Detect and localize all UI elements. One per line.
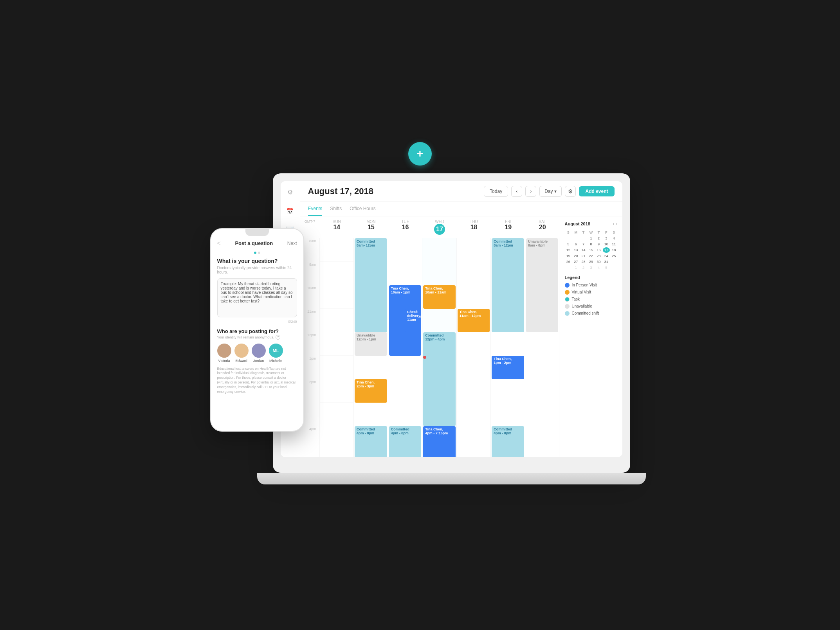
mini-cal-cell[interactable]	[565, 265, 572, 270]
event-tina-wed-orange[interactable]: Tina Chen, 10am - 11am	[423, 285, 456, 309]
mini-cal-cell[interactable]: 26	[565, 259, 572, 265]
back-button[interactable]: <	[217, 240, 221, 247]
mini-cal-cell[interactable]: 6	[572, 241, 579, 247]
add-event-button[interactable]: Add event	[579, 186, 614, 196]
mini-cal-cell[interactable]: 7	[580, 241, 587, 247]
event-committed-fri-morning[interactable]: Committed 8am - 12pm	[492, 238, 524, 332]
mini-cal-cell[interactable]: 4	[595, 265, 602, 270]
mini-cal-cell[interactable]: 1	[588, 236, 595, 241]
mini-cal-cell[interactable]: 30	[595, 259, 602, 265]
avatar-victoria	[217, 344, 231, 358]
event-tina-fri-blue[interactable]: Tina Chen, 1pm - 2pm	[492, 356, 524, 379]
event-label: Committed	[391, 427, 420, 431]
mini-cal-cell[interactable]	[565, 236, 572, 241]
tab-shifts[interactable]: Shifts	[330, 202, 342, 216]
mini-cal-prev[interactable]: ‹	[613, 221, 615, 227]
event-committed-mon-afternoon[interactable]: Committed 4pm - 8pm	[355, 426, 387, 457]
next-button[interactable]: Next	[287, 241, 297, 246]
tab-office-hours[interactable]: Office Hours	[350, 202, 375, 216]
legend-in-person: In Person Visit	[565, 283, 618, 288]
day-col-mon: Committed 8am- 12pm Unavailible 12pm - 1…	[354, 238, 388, 457]
mini-cal-cell[interactable]: 29	[588, 259, 595, 265]
avatar-item-michelle[interactable]: ML Michelle	[269, 344, 283, 363]
mini-cal-cell[interactable]: 18	[610, 247, 617, 253]
mini-cal-cell[interactable]: 5	[565, 241, 572, 247]
today-button[interactable]: Today	[484, 186, 508, 197]
phone-content: < Post a question Next What is your ques…	[211, 236, 303, 398]
mini-cal-cell[interactable]: 20	[572, 253, 579, 259]
posting-for-sub: Your identity will remain anonymous. ?	[217, 335, 297, 340]
mini-cal-cell[interactable]: 27	[572, 259, 579, 265]
event-tina-wed-blue[interactable]: Tina Chen, 4pm - 7:15pm	[423, 426, 456, 457]
event-committed-wed[interactable]: Committed 12pm - 4pm	[423, 332, 456, 426]
event-check-tue[interactable]: Check delivery, 11am	[405, 309, 421, 332]
laptop-base	[257, 473, 646, 484]
mini-cal-cell[interactable]: 10	[603, 241, 610, 247]
day-view-button[interactable]: Day ▾	[539, 186, 562, 197]
mini-cal-cell[interactable]: 31	[603, 259, 610, 265]
mini-cal-cell[interactable]: 5	[603, 265, 610, 270]
hour-line	[320, 332, 354, 356]
phone-notch	[245, 229, 269, 236]
event-unavail-sat[interactable]: Unavailable 8am - 8pm	[526, 238, 559, 332]
mini-cal-cell[interactable]	[610, 265, 617, 270]
sidebar-icon-settings[interactable]: ⚙	[285, 187, 296, 198]
tab-events[interactable]: Events	[308, 202, 323, 216]
day-name-fri: Fri	[492, 220, 524, 224]
mini-cal-cell[interactable]: 25	[610, 253, 617, 259]
mini-cal-cell[interactable]	[572, 236, 579, 241]
mini-cal-cell[interactable]: 9	[595, 241, 602, 247]
avatar-item-edward[interactable]: Edward	[234, 344, 249, 363]
mini-cal-cell[interactable]: 1	[572, 265, 579, 270]
question-title: What is your question?	[217, 258, 297, 264]
mini-cal-cell[interactable]: 23	[595, 253, 602, 259]
event-label: Unavailable	[528, 239, 557, 243]
event-label: Tina Chen,	[391, 286, 420, 290]
settings-button[interactable]: ⚙	[565, 186, 576, 197]
day-col-sat: Unavailable 8am - 8pm	[525, 238, 560, 457]
avatar-item-jordan[interactable]: Jordan	[252, 344, 266, 363]
question-subtitle: Doctors typically provide answers within…	[217, 266, 297, 274]
mini-cal-cell[interactable]: 2	[595, 236, 602, 241]
prev-button[interactable]: ‹	[511, 186, 522, 197]
day-name-sun: Sun	[321, 220, 353, 224]
event-tina-mon-orange[interactable]: Tina Chen, 2pm - 3pm	[355, 379, 387, 403]
mini-cal-cell[interactable]	[580, 236, 587, 241]
step-indicators	[217, 252, 297, 254]
event-committed-tue-afternoon[interactable]: Committed 4pm - 8pm	[389, 426, 422, 457]
mini-cal-cell[interactable]: 4	[610, 236, 617, 241]
mini-cal-cell[interactable]: 2	[580, 265, 587, 270]
mini-cal-today[interactable]: 17	[603, 247, 610, 253]
mini-cal-cell[interactable]	[610, 259, 617, 265]
next-button[interactable]: ›	[525, 186, 536, 197]
mini-cal-cell[interactable]: 3	[588, 265, 595, 270]
mini-cal-cell[interactable]: 19	[565, 253, 572, 259]
mini-cal-cell[interactable]: 24	[603, 253, 610, 259]
svg-point-1	[220, 352, 229, 358]
event-label: Tina Chen,	[425, 427, 454, 431]
mini-cal-cell[interactable]: 13	[572, 247, 579, 253]
mini-cal-cell[interactable]: 14	[580, 247, 587, 253]
day-name-mon: Mon	[355, 220, 387, 224]
mini-cal-cell[interactable]: 3	[603, 236, 610, 241]
mini-cal-cell[interactable]: 16	[595, 247, 602, 253]
mini-cal-cell[interactable]: 28	[580, 259, 587, 265]
question-input[interactable]: Example: My throat started hurting yeste…	[217, 278, 297, 317]
avatar-name-victoria: Victoria	[218, 359, 230, 363]
calendar-grid-container: GMT-7 Sun 14 Mon 15 Tue	[300, 216, 622, 457]
mini-cal-cell[interactable]: 22	[588, 253, 595, 259]
mini-cal-cell[interactable]: 21	[580, 253, 587, 259]
mini-cal-cell[interactable]: 8	[588, 241, 595, 247]
event-committed-mon-morning[interactable]: Committed 8am- 12pm	[355, 238, 387, 332]
sidebar-icon-calendar[interactable]: 📅	[285, 206, 296, 217]
step-dot-2	[258, 252, 260, 254]
mini-cal-cell[interactable]: 12	[565, 247, 572, 253]
mini-cal-cell[interactable]: 11	[610, 241, 617, 247]
day-name-wed: Wed	[424, 220, 455, 224]
mini-cal-cell[interactable]: 15	[588, 247, 595, 253]
avatar-item-victoria[interactable]: Victoria	[217, 344, 231, 363]
event-unavail-mon[interactable]: Unavailible 12pm - 1pm	[355, 332, 387, 356]
event-committed-fri-afternoon[interactable]: Committed 4pm - 8pm	[492, 426, 524, 457]
mini-cal-next[interactable]: ›	[616, 221, 618, 227]
event-tina-thu-orange[interactable]: Tina Chen, 11am - 12pm	[458, 309, 490, 332]
